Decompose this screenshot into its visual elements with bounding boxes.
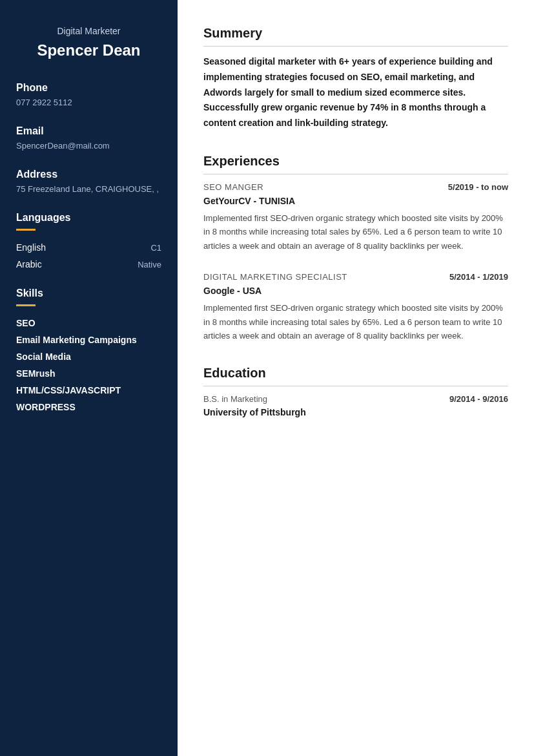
language-level: Native xyxy=(138,260,161,269)
sidebar-header: Digital Marketer Spencer Dean xyxy=(16,26,161,59)
education-school: University of Pittsburgh xyxy=(203,407,508,417)
experience-header: SEO MANGER 5/2019 - to now xyxy=(203,182,508,192)
experience-description: Implemented first SEO-driven organic str… xyxy=(203,211,508,253)
experiences-section: Experiences SEO MANGER 5/2019 - to now G… xyxy=(203,154,508,343)
full-name: Spencer Dean xyxy=(16,41,161,59)
summary-section: Summery Seasoned digital marketer with 6… xyxy=(203,26,508,131)
phone-section: Phone 077 2922 5112 xyxy=(16,82,161,107)
experiences-list: SEO MANGER 5/2019 - to now GetYourCV - T… xyxy=(203,182,508,343)
job-title: Digital Marketer xyxy=(16,26,161,36)
skills-section: Skills SEOEmail Marketing CampaignsSocia… xyxy=(16,288,161,412)
language-name: Arabic xyxy=(16,259,42,269)
experience-role: Digital Marketing Specialist xyxy=(203,272,347,282)
education-degree: B.S. in Marketing xyxy=(203,394,267,404)
phone-value: 077 2922 5112 xyxy=(16,98,161,107)
language-row: ArabicNative xyxy=(16,259,161,269)
experience-company: Google - USA xyxy=(203,286,508,296)
education-header: B.S. in Marketing 9/2014 - 9/2016 xyxy=(203,394,508,404)
phone-label: Phone xyxy=(16,82,161,94)
skills-underline xyxy=(16,304,36,306)
skill-item: SEO xyxy=(16,318,161,328)
education-dates: 9/2014 - 9/2016 xyxy=(449,394,508,404)
languages-section: Languages EnglishC1ArabicNative xyxy=(16,212,161,269)
address-section: Address 75 Freezeland Lane, CRAIGHOUSE, … xyxy=(16,169,161,194)
experiences-title: Experiences xyxy=(203,154,508,174)
experience-dates: 5/2014 - 1/2019 xyxy=(449,272,508,282)
experience-dates: 5/2019 - to now xyxy=(448,182,508,192)
education-section: Education B.S. in Marketing 9/2014 - 9/2… xyxy=(203,366,508,417)
experience-company: GetYourCV - TUNISIA xyxy=(203,196,508,206)
language-row: EnglishC1 xyxy=(16,242,161,253)
skill-item: WORDPRESS xyxy=(16,402,161,412)
skill-item: Email Marketing Campaigns xyxy=(16,335,161,345)
language-level: C1 xyxy=(150,243,161,253)
experience-header: Digital Marketing Specialist 5/2014 - 1/… xyxy=(203,272,508,282)
sidebar: Digital Marketer Spencer Dean Phone 077 … xyxy=(0,0,178,756)
summary-text: Seasoned digital marketer with 6+ years … xyxy=(203,54,508,131)
skills-title: Skills xyxy=(16,288,161,299)
skills-list: SEOEmail Marketing CampaignsSocial Media… xyxy=(16,318,161,412)
email-value: SpencerDean@mail.com xyxy=(16,141,161,151)
language-name: English xyxy=(16,242,46,253)
education-item: B.S. in Marketing 9/2014 - 9/2016 Univer… xyxy=(203,394,508,417)
email-label: Email xyxy=(16,125,161,137)
languages-underline xyxy=(16,229,36,231)
skill-item: Social Media xyxy=(16,352,161,362)
education-title: Education xyxy=(203,366,508,386)
experience-role: SEO MANGER xyxy=(203,182,263,192)
experience-item: Digital Marketing Specialist 5/2014 - 1/… xyxy=(203,272,508,342)
languages-list: EnglishC1ArabicNative xyxy=(16,242,161,269)
experience-description: Implemented first SEO-driven organic str… xyxy=(203,301,508,342)
address-label: Address xyxy=(16,169,161,180)
summary-title: Summery xyxy=(203,26,508,47)
languages-title: Languages xyxy=(16,212,161,224)
education-list: B.S. in Marketing 9/2014 - 9/2016 Univer… xyxy=(203,394,508,417)
skill-item: HTML/CSS/JAVASCRIPT xyxy=(16,385,161,395)
email-section: Email SpencerDean@mail.com xyxy=(16,125,161,151)
skill-item: SEMrush xyxy=(16,368,161,379)
main-content: Summery Seasoned digital marketer with 6… xyxy=(178,0,534,756)
experience-item: SEO MANGER 5/2019 - to now GetYourCV - T… xyxy=(203,182,508,253)
address-value: 75 Freezeland Lane, CRAIGHOUSE, , xyxy=(16,184,161,194)
